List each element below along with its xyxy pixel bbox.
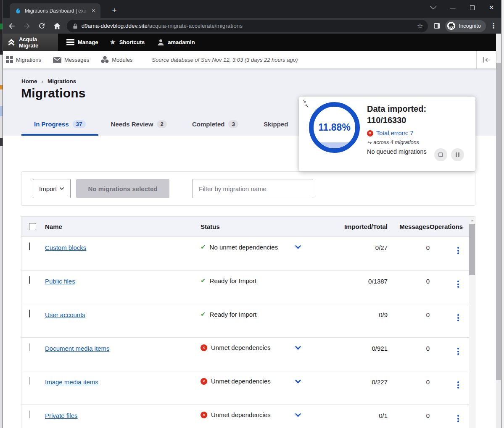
tab-skipped[interactable]: Skipped [251, 114, 301, 136]
header-imported-total: Imported/Total [318, 223, 388, 230]
url-bar[interactable]: d9ama-ddevblog.ddev.site/acquia-migrate-… [67, 20, 428, 32]
tray-item-messages[interactable]: Messages [53, 57, 89, 63]
status-expand-chevron[interactable] [295, 379, 301, 383]
maximize-icon [470, 5, 475, 10]
pause-import-button[interactable] [451, 148, 464, 161]
tray-item-migrations[interactable]: Migrations [6, 56, 41, 63]
row-checkbox-disabled [29, 377, 30, 385]
across-arrow-icon: ↪ [367, 139, 371, 146]
stop-import-button[interactable] [434, 148, 447, 161]
lock-icon [73, 23, 78, 29]
row-operations-menu-icon[interactable] [457, 281, 459, 288]
bulk-actions-card: Import No migrations selected [21, 171, 475, 206]
status-expand-chevron[interactable] [295, 346, 301, 350]
row-checkbox-disabled [29, 410, 30, 418]
progress-ring: 11.88% [309, 102, 360, 153]
row-operations-menu-icon[interactable] [457, 415, 459, 422]
migration-link[interactable]: Public files [45, 278, 75, 285]
background-window-sliver [0, 0, 3, 428]
url-path: /acquia-migrate-accelerate/migrations [148, 23, 243, 29]
import-dropdown-button[interactable]: Import [33, 179, 71, 198]
tray-item-modules[interactable]: Modules [101, 56, 132, 63]
status-text: Unmet dependencies [211, 344, 271, 351]
table-scrollbar[interactable]: ▲ [469, 217, 475, 428]
window-minimize-button[interactable]: — [443, 0, 462, 15]
user-menu-item[interactable]: amadamin [157, 39, 195, 46]
tab-needs-review[interactable]: Needs Review 2 [98, 114, 179, 136]
acquia-migrate-brand[interactable]: Acquia Migrate [3, 34, 58, 51]
window-menu-chevron[interactable] [424, 0, 443, 15]
home-button[interactable] [51, 20, 63, 32]
browser-menu-icon[interactable]: ⋮ [490, 22, 497, 30]
modules-label: Modules [112, 57, 132, 63]
status-text: Ready for Import [210, 277, 257, 284]
progress-percent: 11.88% [318, 122, 351, 133]
back-button[interactable] [5, 20, 18, 32]
status-error-icon: ✕ [201, 378, 207, 385]
row-checkbox[interactable] [29, 276, 30, 284]
row-checkbox[interactable] [29, 242, 30, 250]
browser-address-bar: d9ama-ddevblog.ddev.site/acquia-migrate-… [3, 18, 501, 34]
row-operations-menu-icon[interactable] [457, 314, 459, 321]
row-operations-menu-icon[interactable] [457, 381, 459, 389]
table-row: Image media items ✕ Unmet dependencies 0… [21, 371, 469, 404]
migration-link[interactable]: Document media items [45, 345, 109, 352]
no-migrations-selected-button: No migrations selected [76, 179, 169, 198]
row-operations-menu-icon[interactable] [457, 247, 459, 254]
breadcrumb-chevron-icon: › [42, 78, 44, 84]
double-chevron-up-icon [7, 38, 16, 46]
manage-label: Manage [78, 39, 98, 45]
import-label: Import [39, 185, 57, 192]
migration-link[interactable]: User accounts [45, 311, 85, 318]
messages-count: 0 [388, 237, 430, 251]
breadcrumb-home-link[interactable]: Home [21, 78, 37, 84]
background-fragment [0, 85, 3, 89]
imported-total-value: 0/1387 [318, 270, 388, 285]
table-row: Private files ✕ Unmet dependencies 0/1 0 [21, 404, 469, 428]
tab-in-progress[interactable]: In Progress 37 [21, 114, 98, 136]
overlay-resize-icon[interactable]: ↘ ↖ [302, 98, 309, 108]
table-header-row: Name Status Imported/Total Messages Oper… [21, 217, 469, 236]
migrations-label: Migrations [16, 57, 41, 63]
tray-collapse-button[interactable] [480, 54, 493, 66]
page-scrollbar[interactable] [496, 34, 501, 428]
row-operations-menu-icon[interactable] [457, 348, 459, 355]
status-check-icon: ✔ [201, 243, 206, 251]
row-checkbox[interactable] [29, 310, 30, 318]
tab-completed[interactable]: Completed 3 [179, 114, 251, 136]
status-expand-chevron[interactable] [295, 245, 301, 249]
browser-tab[interactable]: Migrations Dashboard | example ✕ [10, 3, 100, 18]
messages-label: Messages [64, 57, 89, 63]
shortcuts-menu-item[interactable]: ★ Shortcuts [109, 39, 145, 46]
header-operations: Operations [430, 223, 473, 230]
incognito-spy-icon [447, 21, 456, 30]
page-scrollbar-thumb[interactable] [496, 63, 501, 380]
new-tab-button[interactable]: + [109, 5, 120, 16]
imported-total-value: 0/27 [318, 237, 388, 251]
forward-button[interactable] [21, 20, 33, 32]
tab-label: Needs Review [111, 121, 153, 128]
scrollbar-thumb[interactable] [469, 224, 475, 275]
window-maximize-button[interactable] [462, 0, 482, 15]
migration-link[interactable]: Private files [45, 412, 78, 419]
side-panel-icon[interactable] [434, 23, 440, 29]
migration-link[interactable]: Custom blocks [45, 244, 86, 251]
status-expand-chevron[interactable] [295, 413, 301, 417]
select-all-checkbox[interactable] [29, 223, 36, 230]
header-name: Name [45, 223, 201, 230]
manage-menu-item[interactable]: Manage [66, 39, 98, 45]
tab-close-icon[interactable]: ✕ [90, 7, 97, 15]
filter-migrations-input[interactable] [193, 179, 313, 198]
tab-count-badge: 3 [228, 120, 238, 128]
resize-nw-arrow-icon: ↖ [305, 103, 309, 109]
total-errors-link[interactable]: Total errors: 7 [376, 130, 414, 137]
scrollbar-up-arrow[interactable]: ▲ [469, 217, 475, 223]
migrations-table: Name Status Imported/Total Messages Oper… [21, 216, 475, 428]
window-close-button[interactable]: ✕ [482, 0, 501, 15]
bookmark-star-icon[interactable]: ☆ [417, 22, 423, 30]
reload-button[interactable] [36, 20, 48, 32]
table-row: User accounts ✔ Ready for Import 0/9 0 [21, 304, 469, 337]
data-imported-heading: Data imported: [367, 103, 471, 115]
migration-link[interactable]: Image media items [45, 378, 98, 386]
messages-count: 0 [388, 338, 430, 352]
